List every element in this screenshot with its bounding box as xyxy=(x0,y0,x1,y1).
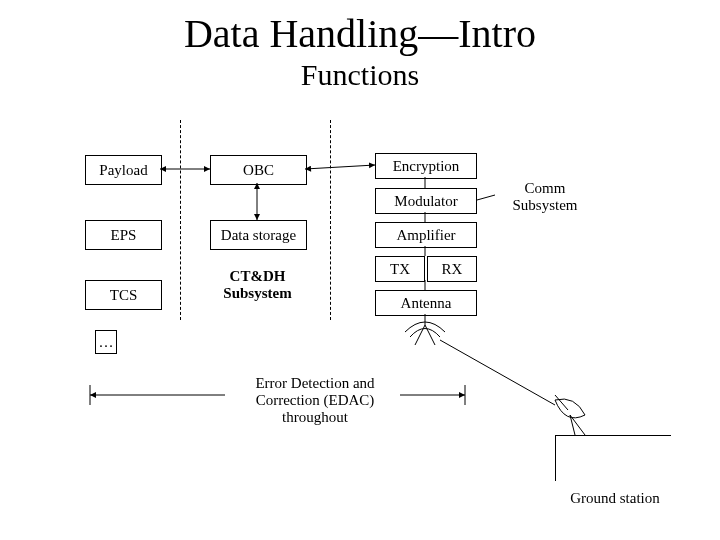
ground-dish-icon xyxy=(555,395,585,435)
svg-line-7 xyxy=(477,195,495,200)
svg-line-16 xyxy=(555,395,568,410)
svg-line-14 xyxy=(425,325,435,345)
svg-line-1 xyxy=(305,165,375,169)
svg-line-13 xyxy=(415,325,425,345)
spacecraft-dish-icon xyxy=(405,314,445,345)
diagram-svg xyxy=(0,0,720,540)
